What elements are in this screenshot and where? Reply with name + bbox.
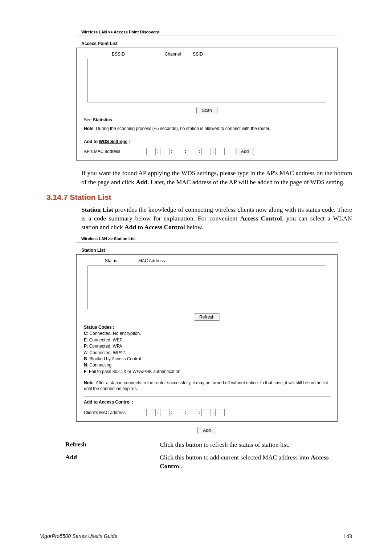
note-prefix: Note <box>84 126 94 131</box>
code-c: C: Connected, No encryption. <box>84 331 330 337</box>
add-client-mac-button[interactable]: Add <box>197 427 216 434</box>
section-heading: 3.14.7 Station List <box>46 193 352 202</box>
desc-add-def: Click this button to add current selecte… <box>160 453 352 470</box>
desc-refresh-term: Refresh <box>65 441 160 449</box>
client-mac-4[interactable] <box>188 409 197 416</box>
code-e: E: Connected, WEP. <box>84 337 330 343</box>
desc-add-term: Add <box>65 453 160 470</box>
see-after: . <box>112 117 113 122</box>
ap-list-box[interactable] <box>87 59 326 102</box>
wds-settings-link[interactable]: WDS Settings <box>99 139 127 144</box>
col-channel: Channel <box>153 52 193 57</box>
code-n: N: Connecting. <box>84 362 330 368</box>
statistics-link[interactable]: Statistics <box>93 117 112 122</box>
code-a: A: Connected, WPA2. <box>84 350 330 356</box>
ap-mac-5[interactable] <box>201 148 211 155</box>
ap-mac-6[interactable] <box>215 148 225 155</box>
add-ap-mac-button[interactable]: Add <box>236 148 254 155</box>
divider <box>76 242 338 243</box>
note-text: : During the scanning process (~5 second… <box>94 126 270 131</box>
divider <box>76 36 338 36</box>
breadcrumb-station: Wireless LAN >> Station List <box>81 236 352 241</box>
add-to-suffix: : <box>127 139 130 144</box>
note-text-sl: : After a station connects to the router… <box>84 380 328 391</box>
code-p: P: Connected, WPA. <box>84 343 330 349</box>
client-mac-5[interactable] <box>201 409 211 416</box>
col-bssid: BSSID <box>84 52 153 57</box>
status-codes-title: Status Codes : <box>84 324 330 331</box>
client-mac-label: Client's MAC address <box>84 410 146 415</box>
col-mac: MAC Address <box>138 258 204 263</box>
ap-mac-2[interactable] <box>160 148 170 155</box>
client-mac-6[interactable] <box>215 409 225 416</box>
desc-refresh-def: Click this button to refresh the status … <box>160 441 352 449</box>
client-mac-1[interactable] <box>146 409 156 416</box>
station-list-panel: Status MAC Address Refresh Status Codes … <box>76 254 338 422</box>
breadcrumb: Wireless LAN >> Access Point Discovery <box>81 30 352 34</box>
footer-guide: VigorPro5500 Series User's Guide <box>40 533 117 540</box>
ap-mac-label: AP's MAC address <box>84 149 146 154</box>
footer-page: 143 <box>343 533 352 540</box>
body-para-2: Station List provides the knowledge of c… <box>81 205 352 231</box>
access-control-link[interactable]: Access Control <box>99 400 131 405</box>
refresh-button[interactable]: Refresh <box>194 313 220 321</box>
col-ssid: SSID <box>193 52 233 57</box>
scan-button[interactable]: Scan <box>196 107 217 114</box>
add-to-ac-suffix: : <box>131 400 133 405</box>
code-f: F: Fail to pass 802.1X or WPA/PSK authen… <box>84 369 330 375</box>
client-mac-3[interactable] <box>174 409 183 416</box>
ap-mac-3[interactable] <box>174 148 183 155</box>
col-status: Status <box>84 258 138 263</box>
add-to-ac-prefix: Add to <box>84 400 99 405</box>
ap-mac-4[interactable] <box>188 148 197 155</box>
body-para-1: If you want the found AP applying the WD… <box>81 169 352 186</box>
client-mac-2[interactable] <box>160 409 170 416</box>
ap-mac-1[interactable] <box>146 148 156 155</box>
code-b: B: Blocked by Access Control. <box>84 356 330 362</box>
panel-title-ap-list: Access Point List <box>81 41 338 46</box>
add-to-label: Add to <box>84 139 99 144</box>
note-prefix-sl: Note <box>84 380 94 385</box>
see-label: See <box>84 117 93 122</box>
panel-title-station-list: Station List <box>81 248 338 253</box>
station-list-box[interactable] <box>87 266 326 309</box>
ap-list-panel: BSSID Channel SSID Scan See Statistics. … <box>76 48 338 161</box>
